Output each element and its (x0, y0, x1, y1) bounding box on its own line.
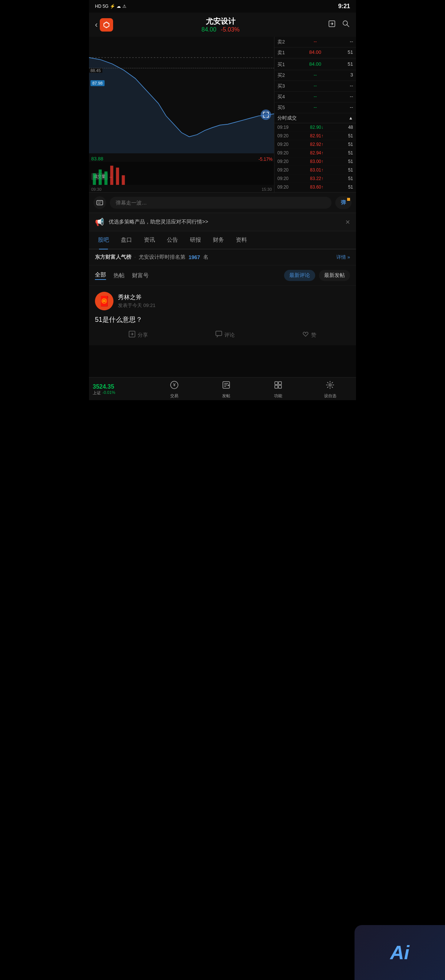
tab-gonggao[interactable]: 公告 (161, 231, 184, 249)
trade-time: 09:20 (277, 133, 291, 138)
banner-close-button[interactable]: ✕ (345, 219, 350, 226)
tab-ziliao[interactable]: 资料 (230, 231, 253, 249)
stock-price-row: 84.00 -5.03% (113, 26, 328, 33)
banner-icon: 📢 (95, 218, 104, 226)
status-time: 9:21 (338, 3, 350, 10)
trade-price: 82.94↑ (291, 150, 342, 156)
trade-qty: 51 (342, 133, 353, 138)
svg-rect-9 (122, 175, 125, 185)
like-icon (302, 331, 309, 339)
header-actions (328, 20, 350, 30)
trade-qty: 51 (342, 176, 353, 181)
back-button[interactable]: ‹ (95, 18, 113, 32)
stock-name: 尤安设计 (113, 16, 328, 26)
stock-change: -5.03% (221, 26, 239, 33)
trade-time: 09:20 (277, 150, 291, 156)
search-icon[interactable] (342, 20, 350, 30)
tab-yanbao[interactable]: 研报 (184, 231, 207, 249)
trade-row: 09:20 83.60↑ 51 (274, 183, 356, 191)
svg-rect-19 (279, 382, 282, 385)
function-label: 功能 (274, 393, 282, 399)
share-icon[interactable] (328, 20, 336, 30)
sub-tabs-right: 最新评论 最新发帖 (284, 270, 350, 281)
subtab-latestcomment[interactable]: 最新评论 (284, 270, 315, 281)
trade-price: 82.92↑ (291, 142, 342, 147)
chart-left[interactable]: 88.45 87.98 83.88 -5.17% 成交量 -- (89, 37, 274, 192)
trade-label: 交易 (170, 393, 178, 399)
trade-qty: 51 (342, 167, 353, 173)
volume-area: 成交量 -- (89, 162, 274, 185)
buy4-row: 买4 -- -- (274, 92, 356, 102)
barrage-list-icon[interactable] (93, 196, 106, 209)
settings-label: 设自选 (324, 393, 336, 399)
barrage-send-button[interactable]: 弹 (335, 196, 352, 209)
index-sub: 上证 -0.01% (93, 390, 115, 396)
current-price-label: 87.98 (90, 80, 105, 86)
svg-rect-7 (110, 165, 113, 185)
trade-time: 09:20 (277, 185, 291, 190)
sub-tabs: 全部 热帖 财富号 最新评论 最新发帖 (89, 266, 356, 286)
trade-price: 83.22↑ (291, 176, 342, 181)
index-item: 3524.35 上证 -0.01% (89, 380, 148, 399)
nav-trade[interactable]: ¥ 交易 (148, 380, 200, 399)
rank-number: 1967 (188, 254, 200, 260)
post-header: 🧧 秀林之斧 发表于今天 09:21 (95, 292, 350, 310)
subtab-latestpost[interactable]: 最新发帖 (319, 270, 350, 281)
share-label: 分享 (138, 332, 148, 339)
avatar[interactable]: 🧧 (95, 292, 114, 310)
nav-settings[interactable]: 设自选 (304, 380, 356, 399)
trade-time: 09:19 (277, 125, 291, 130)
nav-function[interactable]: 功能 (252, 380, 304, 399)
trade-row: 09:20 82.92↑ 51 (274, 140, 356, 149)
comment-icon (215, 331, 222, 339)
tab-zixun[interactable]: 资讯 (138, 231, 161, 249)
tab-pankou[interactable]: 盘口 (115, 231, 138, 249)
comment-label: 评论 (224, 332, 235, 339)
trade-qty: 48 (342, 125, 353, 130)
nav-post[interactable]: 发帖 (200, 380, 252, 399)
trade-row: 09:20 83.22↑ 51 (274, 175, 356, 183)
svg-rect-20 (275, 385, 278, 388)
trade-time: 09:20 (277, 159, 291, 164)
subtab-hotpost[interactable]: 热帖 (114, 272, 125, 279)
status-bar: HD 5G ⚡ ☁ ⚠ 9:21 (89, 0, 356, 13)
sell2-row: 卖2 -- -- (274, 37, 356, 48)
expand-icon[interactable] (261, 110, 271, 120)
index-name: 上证 (93, 390, 101, 396)
like-action[interactable]: 赞 (302, 331, 316, 339)
tab-guba[interactable]: 股吧 (92, 231, 115, 249)
header: ‹ 尤安设计 84.00 -5.03% (89, 13, 356, 37)
trade-price: 83.60↑ (291, 185, 342, 190)
share-action[interactable]: 分享 (129, 331, 148, 339)
stock-price: 84.00 (201, 26, 216, 33)
svg-rect-8 (116, 168, 119, 185)
chart-svg (89, 37, 274, 153)
trade-row: 09:20 82.94↑ 51 (274, 149, 356, 158)
trade-time: 09:20 (277, 167, 291, 173)
trade-qty: 51 (342, 142, 353, 147)
ref-price-line: 88.45 (89, 68, 274, 73)
barrage-input[interactable] (110, 197, 331, 208)
post-content[interactable]: 51是什么意思？ (95, 315, 350, 325)
banner-text[interactable]: 优选多策略产品，助您灵活应对不同行情>> (109, 219, 341, 225)
tab-caiwu[interactable]: 财务 (207, 231, 230, 249)
subtab-wealth[interactable]: 财富号 (132, 272, 149, 279)
network-icons: HD 5G ⚡ ☁ ⚠ (95, 4, 127, 9)
trade-row: 09:21 83.88↑ 51 (274, 191, 356, 192)
main-tabs: 股吧 盘口 资讯 公告 研报 财务 资料 (89, 231, 356, 250)
subtab-all[interactable]: 全部 (95, 271, 106, 280)
trade-row: 09:20 82.91↑ 51 (274, 132, 356, 140)
svg-rect-21 (279, 385, 282, 388)
post-meta: 秀林之斧 发表于今天 09:21 (118, 294, 155, 309)
rank-separator: · (134, 254, 136, 261)
time-end: 15:30 (261, 187, 272, 191)
rank-detail-button[interactable]: 详情 » (336, 254, 350, 261)
banner: 📢 优选多策略产品，助您灵活应对不同行情>> ✕ (89, 213, 356, 231)
function-icon (274, 380, 283, 391)
like-label: 赞 (311, 332, 316, 339)
rank-bar: 东方财富人气榜 · 尤安设计即时排名第 1967 名 详情 » (89, 250, 356, 266)
post-actions: 分享 评论 赞 (95, 331, 350, 339)
comment-action[interactable]: 评论 (215, 331, 235, 339)
low-price-label: 83.88 (91, 155, 103, 162)
trade-price: 83.01↑ (291, 167, 342, 173)
